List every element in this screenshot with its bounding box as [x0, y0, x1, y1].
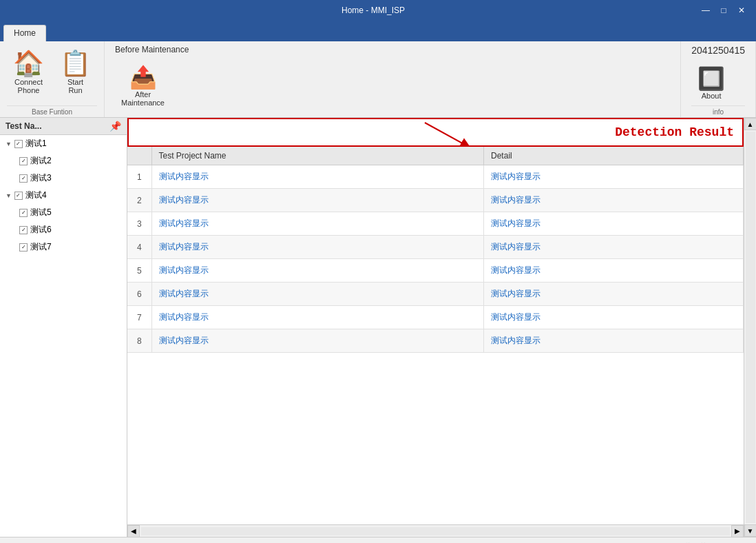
table-row[interactable]: 4 测试内容显示 测试内容显示: [127, 236, 744, 259]
title-bar: Home - MMI_ISP — □ ✕: [0, 0, 756, 21]
cell-num: 2: [127, 189, 151, 212]
horizontal-scrollbar[interactable]: ◀ ▶: [127, 524, 744, 537]
checkbox-3[interactable]: [19, 174, 28, 183]
cell-num: 5: [127, 259, 151, 283]
tree-label-1: 测试1: [25, 138, 47, 150]
sidebar-title: Test Na...: [6, 121, 41, 131]
scroll-right-button[interactable]: ▶: [731, 525, 744, 537]
pin-icon[interactable]: 📌: [109, 121, 121, 132]
tab-home[interactable]: Home: [3, 25, 46, 41]
cell-name: 测试内容显示: [151, 306, 484, 329]
checkbox-6[interactable]: [19, 226, 28, 234]
table-row[interactable]: 6 测试内容显示 测试内容显示: [127, 283, 744, 306]
table-row[interactable]: 2 测试内容显示 测试内容显示: [127, 189, 744, 212]
ribbon-tabs: Home: [0, 21, 756, 41]
tree-label-6: 测试6: [30, 224, 52, 236]
tree-item-2[interactable]: 测试2: [0, 152, 127, 170]
status-bar: Information CSDN @春蕾夏荷_728297725: [0, 537, 756, 543]
col-detail: Detail: [484, 147, 744, 165]
scroll-up-button[interactable]: ▲: [744, 118, 757, 130]
cell-detail: 测试内容显示: [484, 283, 744, 306]
data-table-wrapper[interactable]: Test Project Name Detail 1 测试内容显示 测试内容显示…: [127, 147, 744, 524]
table-row[interactable]: 5 测试内容显示 测试内容显示: [127, 259, 744, 283]
window-controls: — □ ✕: [698, 3, 749, 18]
tree-item-5[interactable]: 测试5: [0, 204, 127, 221]
maintenance-section: Before Maintenance 📤 AfterMaintenance: [105, 41, 681, 117]
sidebar: Test Na... 📌 ▼ 测试1 测试2 测试3 ▼ 测试4 测试5: [0, 118, 127, 537]
base-function-label: Base Funtion: [7, 105, 97, 116]
before-maintenance-label: Before Maintenance: [115, 45, 670, 54]
start-run-button[interactable]: 📋 StartRun: [54, 45, 97, 99]
cell-num: 4: [127, 236, 151, 259]
checkbox-1[interactable]: [14, 140, 23, 148]
vertical-scrollbar[interactable]: ▲ ▼: [744, 118, 756, 537]
table-header-row: Test Project Name Detail: [127, 147, 744, 165]
minimize-button[interactable]: —: [698, 3, 713, 18]
start-run-label: StartRun: [67, 78, 83, 94]
after-maintenance-icon: 📤: [129, 64, 157, 90]
detection-result-text: Detection Result: [615, 125, 734, 139]
tree-item-7[interactable]: 测试7: [0, 238, 127, 256]
scroll-down-button[interactable]: ▼: [744, 524, 757, 537]
tree-item-4[interactable]: ▼ 测试4: [0, 187, 127, 204]
col-num: [127, 147, 151, 165]
about-label: About: [702, 92, 722, 100]
tree-label-7: 测试7: [30, 241, 52, 253]
cell-name: 测试内容显示: [151, 259, 484, 283]
cell-num: 1: [127, 165, 151, 189]
cell-name: 测试内容显示: [151, 165, 484, 189]
data-table: Test Project Name Detail 1 测试内容显示 测试内容显示…: [127, 147, 744, 353]
ribbon: 🏠 ConnectPhone 📋 StartRun Base Funtion B…: [0, 41, 756, 118]
table-row[interactable]: 8 测试内容显示 测试内容显示: [127, 329, 744, 353]
cell-num: 3: [127, 212, 151, 236]
tree-label-2: 测试2: [30, 155, 52, 167]
connect-phone-icon: 🏠: [13, 49, 44, 78]
close-button[interactable]: ✕: [734, 3, 749, 18]
table-row[interactable]: 1 测试内容显示 测试内容显示: [127, 165, 744, 189]
start-run-icon: 📋: [60, 49, 91, 78]
cell-detail: 测试内容显示: [484, 236, 744, 259]
col-test-project-name: Test Project Name: [151, 147, 484, 165]
maintenance-items: 📤 AfterMaintenance: [115, 60, 670, 111]
window-title: Home - MMI_ISP: [48, 6, 698, 15]
after-maintenance-label: AfterMaintenance: [121, 90, 165, 107]
tree-item-6[interactable]: 测试6: [0, 221, 127, 238]
maximize-button[interactable]: □: [716, 3, 731, 18]
cell-name: 测试内容显示: [151, 212, 484, 236]
connect-phone-button[interactable]: 🏠 ConnectPhone: [7, 45, 50, 99]
table-row[interactable]: 7 测试内容显示 测试内容显示: [127, 306, 744, 329]
cell-name: 测试内容显示: [151, 283, 484, 306]
about-icon: 🔲: [697, 65, 725, 92]
info-section: 2041250415 🔲 About info: [681, 41, 756, 117]
tree-label-5: 测试5: [30, 207, 52, 218]
scroll-bar-track[interactable]: [746, 132, 755, 523]
detection-result-bar: Detection Result: [127, 118, 744, 147]
table-row[interactable]: 3 测试内容显示 测试内容显示: [127, 212, 744, 236]
content-area: Detection Result Test Project Name Detai…: [127, 118, 744, 537]
cell-detail: 测试内容显示: [484, 306, 744, 329]
expand-icon-1: ▼: [6, 141, 12, 147]
svg-line-1: [425, 123, 466, 145]
checkbox-5[interactable]: [19, 209, 28, 217]
cell-detail: 测试内容显示: [484, 259, 744, 283]
checkbox-7[interactable]: [19, 243, 28, 252]
checkbox-4[interactable]: [14, 192, 23, 200]
cell-detail: 测试内容显示: [484, 329, 744, 353]
info-number: 2041250415: [691, 45, 745, 56]
cell-name: 测试内容显示: [151, 236, 484, 259]
tree-label-4: 测试4: [25, 189, 47, 201]
scroll-track[interactable]: [141, 527, 730, 535]
cell-num: 7: [127, 306, 151, 329]
cell-detail: 测试内容显示: [484, 189, 744, 212]
sidebar-header: Test Na... 📌: [0, 118, 127, 135]
tree-label-3: 测试3: [30, 172, 52, 184]
tree-item-3[interactable]: 测试3: [0, 170, 127, 187]
about-button[interactable]: 🔲 About: [691, 61, 731, 104]
cell-detail: 测试内容显示: [484, 212, 744, 236]
cell-name: 测试内容显示: [151, 189, 484, 212]
tree-item-1[interactable]: ▼ 测试1: [0, 135, 127, 152]
checkbox-2[interactable]: [19, 157, 28, 165]
main-area: Test Na... 📌 ▼ 测试1 测试2 测试3 ▼ 测试4 测试5: [0, 118, 756, 537]
after-maintenance-button[interactable]: 📤 AfterMaintenance: [115, 60, 171, 111]
scroll-left-button[interactable]: ◀: [127, 525, 140, 537]
